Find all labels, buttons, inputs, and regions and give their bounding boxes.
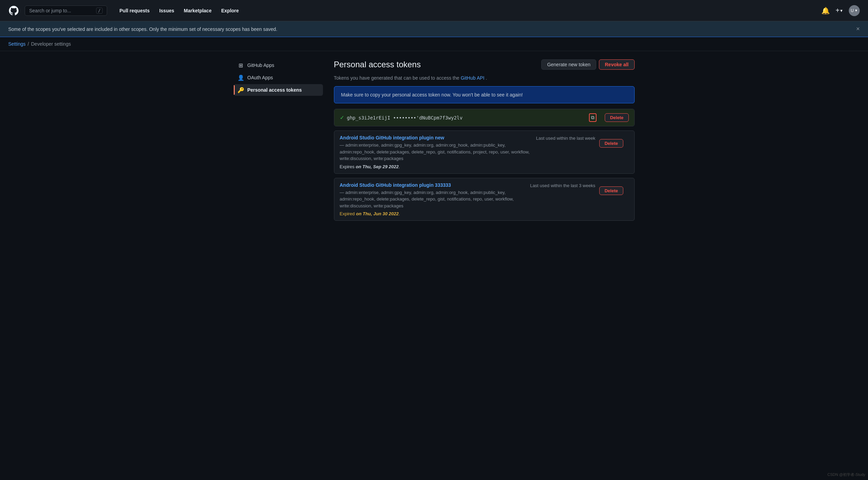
token-1-name-link[interactable]: Android Studio GitHub integration plugin… [340,135,444,140]
token-2-main: Android Studio GitHub integration plugin… [340,182,526,217]
new-token-box: ✓ ghp_s3iJe1rEijI ••••••••'dNuBCpm7f3wy2… [334,109,635,126]
token-entry-2: Android Studio GitHub integration plugin… [334,178,635,221]
token-1-main: Android Studio GitHub integration plugin… [340,135,532,169]
token-1-last-used: Last used within the last week [536,135,595,141]
token-1-scopes: — admin:enterprise, admin:gpg_key, admin… [340,142,532,162]
content-header: Personal access tokens Generate new toke… [334,59,635,70]
token-1-header: Android Studio GitHub integration plugin… [334,131,634,173]
nav-links: Pull requests Issues Marketplace Explore [115,6,243,15]
banner-close-button[interactable]: × [856,25,860,33]
checkmark-icon: ✓ [340,114,344,121]
description-text: Tokens you have generated that can be us… [334,75,635,81]
breadcrumb-current: Developer settings [31,41,71,47]
token-2-delete-button[interactable]: Delete [599,186,623,195]
sidebar-label-github-apps: GitHub Apps [247,62,275,68]
nav-issues[interactable]: Issues [155,6,178,15]
token-entry-1: Android Studio GitHub integration plugin… [334,130,635,174]
search-shortcut: / [96,8,103,14]
avatar-dropdown-icon: ▼ [854,9,858,12]
github-api-link[interactable]: GitHub API [461,75,484,81]
plus-icon: + [835,7,840,14]
copy-icon: ⧉ [591,115,594,121]
sidebar-item-oauth-apps[interactable]: 👤 OAuth Apps [234,72,323,83]
token-2-scopes: — admin:enterprise, admin:gpg_key, admin… [340,189,526,209]
avatar-initials: U [851,8,854,13]
description-prefix: Tokens you have generated that can be us… [334,75,460,81]
token-1-expires: Expires on Thu, Sep 29 2022. [340,164,532,169]
notice-box: Make sure to copy your personal access t… [334,86,635,103]
navbar: Search or jump to... / Pull requests Iss… [0,0,868,21]
main-layout: ⊞ GitHub Apps 👤 OAuth Apps 🔑 Personal ac… [228,51,640,233]
bell-icon: 🔔 [821,7,830,15]
token-2-expires-date: on Thu, Jun 30 2022 [356,211,398,216]
watermark: CSDN @初学者-Study [828,472,865,477]
copy-token-button[interactable]: ⧉ [589,113,597,122]
breadcrumb: Settings / Developer settings [0,37,868,51]
notifications-button[interactable]: 🔔 [821,7,830,15]
avatar[interactable]: U ▼ [849,5,860,16]
token-value: ghp_s3iJe1rEijI ••••••••'dNuBCpm7f3wy2lv [347,115,587,121]
token-2-expires: Expired on Thu, Jun 30 2022. [340,211,526,216]
search-placeholder: Search or jump to... [29,8,93,13]
nav-right: 🔔 + ▼ U ▼ [821,5,860,16]
person-icon: 👤 [238,75,244,81]
token-1-expires-label: Expires [340,164,355,169]
token-1-expires-punct: . [398,164,400,169]
sidebar-label-oauth-apps: OAuth Apps [247,75,273,80]
sidebar-label-personal-access-tokens: Personal access tokens [247,87,302,93]
new-token-delete-button[interactable]: Delete [605,113,628,122]
key-icon: 🔑 [238,87,244,93]
nav-marketplace[interactable]: Marketplace [180,6,216,15]
token-2-actions: Delete [599,182,628,199]
token-2-last-used: Last used within the last 3 weeks [530,182,595,188]
token-1-delete-button[interactable]: Delete [599,139,623,148]
token-1-expires-date: on Thu, Sep 29 2022 [356,164,398,169]
search-box[interactable]: Search or jump to... / [25,5,107,16]
token-1-actions: Delete [599,135,628,152]
banner-message: Some of the scopes you've selected are i… [8,26,277,32]
token-2-expires-punct: . [398,211,400,216]
breadcrumb-separator: / [28,41,29,47]
sidebar: ⊞ GitHub Apps 👤 OAuth Apps 🔑 Personal ac… [234,59,323,225]
token-2-name-link[interactable]: Android Studio GitHub integration plugin… [340,182,451,188]
apps-icon: ⊞ [238,62,244,68]
sidebar-item-personal-access-tokens[interactable]: 🔑 Personal access tokens [234,84,323,96]
token-2-header: Android Studio GitHub integration plugin… [334,178,634,221]
header-buttons: Generate new token Revoke all [541,59,634,70]
nav-explore[interactable]: Explore [217,6,243,15]
dropdown-arrow: ▼ [840,9,843,13]
description-suffix: . [486,75,487,81]
sidebar-item-github-apps[interactable]: ⊞ GitHub Apps [234,59,323,71]
breadcrumb-settings-link[interactable]: Settings [8,41,26,47]
new-button[interactable]: + ▼ [835,7,843,14]
scope-banner: Some of the scopes you've selected are i… [0,21,868,37]
main-content: Personal access tokens Generate new toke… [334,59,635,225]
github-logo[interactable] [8,5,19,16]
token-2-expires-label: Expired [340,211,355,216]
page-title: Personal access tokens [334,60,421,69]
notice-text: Make sure to copy your personal access t… [341,92,523,98]
revoke-all-button[interactable]: Revoke all [599,59,634,70]
generate-new-token-button[interactable]: Generate new token [541,59,596,70]
new-token-row: ✓ ghp_s3iJe1rEijI ••••••••'dNuBCpm7f3wy2… [334,109,634,126]
nav-pull-requests[interactable]: Pull requests [115,6,154,15]
